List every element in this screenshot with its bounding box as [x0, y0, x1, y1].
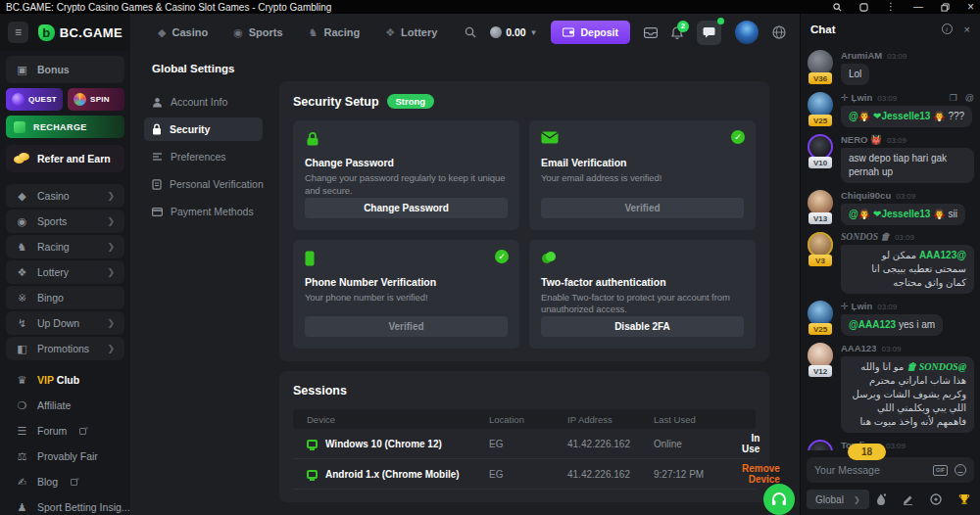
- insights-icon: ♟: [16, 501, 28, 514]
- gold-coins-icon: [14, 153, 29, 164]
- app-window: BC.GAME: Crypto Casino Games & Casino Sl…: [0, 0, 980, 515]
- change-password-button[interactable]: Change Password: [305, 198, 508, 218]
- minimize-button[interactable]: —: [913, 2, 923, 12]
- nav-link-casino[interactable]: ◆ Casino: [158, 26, 208, 38]
- sidebar-item-promotions[interactable]: ◧ Promotions ❯: [6, 337, 124, 360]
- disable-2fa-button[interactable]: Disable 2FA: [541, 316, 744, 337]
- chevron-right-icon: ❯: [107, 267, 115, 277]
- language-globe-icon[interactable]: [772, 25, 786, 39]
- megaphone-icon: ◧: [16, 343, 28, 355]
- phone-verification-card: ✓ Phone Number Verification Your phone n…: [293, 240, 519, 350]
- notifications-bell-icon[interactable]: 2: [671, 26, 683, 39]
- recharge-icon: [14, 121, 25, 133]
- trophy-icon[interactable]: [958, 493, 970, 505]
- sidebar-item-racing[interactable]: ♞ Racing ❯: [6, 235, 124, 258]
- sidebar-item-sport-betting-insights[interactable]: ♟ Sport Betting Insig...: [6, 495, 124, 515]
- lightning-icon: ↯: [16, 317, 28, 330]
- session-status: In Use: [742, 433, 760, 454]
- balance-amount: 0.00: [506, 26, 525, 38]
- unread-messages-badge[interactable]: 18: [848, 444, 886, 460]
- restore-button[interactable]: [941, 3, 950, 12]
- sidebar-item-forum[interactable]: ☰ Forum: [6, 419, 124, 443]
- settings-nav-account-info[interactable]: Account Info: [144, 90, 263, 114]
- sidebar-item-bingo[interactable]: ※ Bingo: [6, 286, 124, 309]
- deposit-button[interactable]: Deposit: [551, 21, 630, 44]
- gif-icon[interactable]: GIF: [933, 465, 948, 476]
- sessions-header-row: Device Location IP Address Last Used: [293, 409, 756, 429]
- menu-kebab-icon[interactable]: ⋮: [886, 2, 896, 12]
- card-desc: Enable Two-factor to protect your accoun…: [541, 292, 744, 317]
- phone-verified-button[interactable]: Verified: [305, 316, 508, 337]
- sidebar-item-blog[interactable]: ✍ Blog: [6, 470, 124, 493]
- casino-icon: ◆: [16, 190, 28, 203]
- chat-message-input[interactable]: [814, 464, 933, 476]
- quest-button[interactable]: QUEST: [6, 88, 63, 111]
- window-title: BC.GAME: Crypto Casino Games & Casino Sl…: [6, 2, 331, 13]
- card-desc: Your email address is verified!: [541, 172, 744, 185]
- sidebar-item-refer-and-earn[interactable]: Refer and Earn: [6, 145, 124, 172]
- brand-name: BC.GAME: [60, 25, 122, 40]
- sidebar-item-sports[interactable]: ◉ Sports ❯: [6, 210, 124, 233]
- chat-username[interactable]: Chiqui90cu: [841, 190, 891, 201]
- chat-panel: Chat i × V36 ArumiAM 03:09 Lol: [800, 14, 980, 515]
- inbox-icon[interactable]: [644, 27, 658, 38]
- nav-link-racing[interactable]: ♞ Racing: [309, 26, 361, 38]
- sidebar-item-affiliate[interactable]: ❍ Affiliate: [6, 394, 124, 417]
- chat-info-icon[interactable]: i: [942, 23, 953, 34]
- chat-username[interactable]: AAA123: [841, 343, 876, 353]
- sidebar-item-up-down[interactable]: ↯ Up Down ❯: [6, 311, 124, 335]
- user-avatar[interactable]: [735, 21, 759, 44]
- search-icon[interactable]: [833, 3, 842, 12]
- device-mobile-icon: [307, 470, 318, 479]
- recharge-button[interactable]: RECHARGE: [6, 116, 124, 138]
- pencil-icon[interactable]: [903, 494, 913, 505]
- search-icon[interactable]: [465, 26, 476, 38]
- coin-record-icon[interactable]: [930, 493, 942, 505]
- brand-logo[interactable]: b BC.GAME: [38, 24, 122, 41]
- chat-username[interactable]: ✛ Ļwin: [841, 301, 872, 311]
- gift-icon: ▣: [16, 64, 28, 76]
- wallet-balance[interactable]: 0.00 ▼: [490, 26, 537, 38]
- settings-nav-personal-verification[interactable]: Personal Verification: [144, 172, 263, 196]
- chat-username[interactable]: SONDOS 🗑: [841, 232, 890, 242]
- support-button[interactable]: [763, 484, 795, 515]
- sessions-panel: Sessions Device Location IP Address Last…: [279, 371, 769, 502]
- sidebar-item-bonus[interactable]: ▣ Bonus: [6, 56, 124, 83]
- nav-link-sports[interactable]: ◉ Sports: [233, 26, 282, 38]
- rain-drop-icon[interactable]: [876, 493, 886, 505]
- settings-nav-payment-methods[interactable]: Payment Methods: [144, 200, 263, 223]
- chat-username[interactable]: ArumiAM: [841, 50, 882, 61]
- settings-nav-preferences[interactable]: Preferences: [144, 145, 263, 168]
- chat-username[interactable]: NERO 👹: [841, 134, 882, 145]
- email-verification-card: ✓ Email Verification Your email address …: [529, 120, 756, 230]
- chat-channel-selector[interactable]: Global❯: [807, 490, 869, 509]
- device-monitor-icon: [307, 440, 318, 448]
- chat-username[interactable]: ✛ Ļwin: [841, 92, 872, 103]
- wallet-icon: [563, 27, 574, 37]
- tip-icon[interactable]: ❐: [950, 93, 957, 103]
- chevron-right-icon: ❯: [107, 318, 115, 328]
- session-row: Android 1.x (Chrome Mobile) EG 41.42.226…: [293, 459, 756, 490]
- remove-device-button[interactable]: Remove Device: [742, 463, 780, 485]
- quest-orb-icon: [12, 93, 24, 106]
- sidebar-item-vip-club[interactable]: ♛ VIP Club: [6, 368, 124, 392]
- chat-close-icon[interactable]: ×: [964, 23, 970, 35]
- nav-link-lottery[interactable]: ❖ Lottery: [385, 26, 437, 38]
- sidebar-item-casino[interactable]: ◆ Casino ❯: [6, 184, 124, 208]
- spin-button[interactable]: SPIN: [68, 88, 124, 111]
- sidebar-toggle-button[interactable]: ≡: [8, 22, 28, 43]
- mention-icon[interactable]: @: [965, 93, 974, 103]
- chat-toggle-icon[interactable]: [697, 21, 721, 45]
- close-button[interactable]: ×: [967, 2, 974, 12]
- settings-nav: Global Settings Account Info Security Pr…: [152, 51, 263, 515]
- sidebar-item-lottery[interactable]: ❖ Lottery ❯: [6, 260, 124, 284]
- sidebar-item-provably-fair[interactable]: ⚖ Provably Fair: [6, 445, 124, 468]
- verified-check-icon: ✓: [731, 130, 745, 144]
- settings-nav-security[interactable]: Security: [144, 117, 263, 141]
- titlebar: BC.GAME: Crypto Casino Games & Casino Sl…: [0, 0, 980, 14]
- blog-icon: ✍: [16, 476, 28, 489]
- chat-message: V13 Chiqui90cu 03:09 @🧛 ❤Jesselle13 🧛 si…: [807, 190, 974, 225]
- extensions-icon[interactable]: [859, 3, 868, 12]
- emoji-icon[interactable]: [955, 464, 966, 476]
- email-verified-button[interactable]: Verified: [541, 198, 744, 218]
